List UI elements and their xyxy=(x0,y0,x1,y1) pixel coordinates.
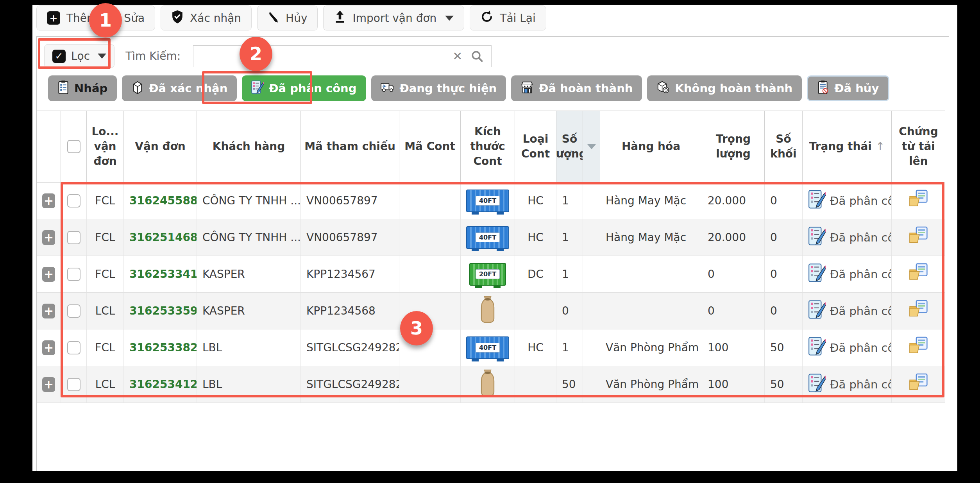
cell-trong-luong: 0 xyxy=(702,293,765,329)
order-number-link[interactable]: 31625334118 xyxy=(129,268,197,281)
tab-da-xac-nhan[interactable]: Đã xác nhận xyxy=(122,75,237,101)
select-all-checkbox[interactable] xyxy=(67,140,80,153)
table-row: + FCL 31624558818 CÔNG TY TNHH ... VN006… xyxy=(37,182,945,219)
row-checkbox[interactable] xyxy=(67,341,80,354)
app-screen: + Thêm Sửa Xác nhận Hủy Import vận đơn xyxy=(0,0,980,483)
clear-search-icon[interactable]: ✕ xyxy=(446,50,469,62)
cell-ma-cont xyxy=(399,329,461,366)
order-number-link[interactable]: 31625338249 xyxy=(129,341,197,354)
upload-documents-icon[interactable] xyxy=(908,263,929,286)
order-number-link[interactable]: 31625335970 xyxy=(129,304,197,317)
row-checkbox[interactable] xyxy=(67,194,80,208)
clipboard-pen-icon xyxy=(251,80,264,97)
cargo-bag-icon xyxy=(479,369,496,399)
cell-khach-hang: LBL xyxy=(197,329,301,366)
cell-hang-hoa xyxy=(600,293,702,329)
expand-row-button[interactable]: + xyxy=(42,304,55,318)
truck-icon xyxy=(381,81,395,96)
header-trang-thai[interactable]: Trạng thái ↑ xyxy=(803,111,892,182)
import-orders-button[interactable]: Import vận đơn xyxy=(323,5,464,30)
header-ma-cont[interactable]: Mã Cont xyxy=(399,111,461,182)
confirm-button[interactable]: Xác nhận xyxy=(161,5,252,30)
cell-loai-van-don: LCL xyxy=(87,293,124,329)
cell-khach-hang: CÔNG TY TNHH ... xyxy=(197,219,301,256)
header-loai-cont[interactable]: Loại Cont xyxy=(515,111,556,182)
expand-row-button[interactable]: + xyxy=(42,377,55,392)
cell-so-khoi: 50 xyxy=(765,366,803,402)
cell-so-khoi: 0 xyxy=(765,256,803,292)
upload-documents-icon[interactable] xyxy=(908,373,929,396)
tab-da-hoan-thanh[interactable]: Đã hoàn thành xyxy=(511,75,642,101)
add-button[interactable]: + Thêm xyxy=(36,5,108,30)
tab-nhap[interactable]: Nháp xyxy=(48,75,117,101)
header-trong-luong[interactable]: Trọng lượng xyxy=(702,111,765,182)
tab-label: Nháp xyxy=(74,82,107,95)
order-number-link[interactable]: 31624558818 xyxy=(129,194,197,207)
store-icon xyxy=(520,80,534,97)
order-number-link[interactable]: 31625146807 xyxy=(129,231,197,244)
upload-documents-icon[interactable] xyxy=(908,336,929,359)
shield-check-icon xyxy=(171,10,184,27)
assigned-status-icon xyxy=(808,226,826,249)
row-checkbox[interactable] xyxy=(67,378,80,391)
expand-row-button[interactable]: + xyxy=(42,267,55,282)
cell-ma-tham-chieu: SITGLCSG249282 xyxy=(301,366,399,402)
header-ma-tham-chieu[interactable]: Mã tham chiếu xyxy=(301,111,399,182)
header-so-khoi[interactable]: Số khối xyxy=(765,111,803,182)
header-khach-hang[interactable]: Khách hàng xyxy=(197,111,301,182)
upload-documents-icon[interactable] xyxy=(908,299,929,322)
header-van-don[interactable]: Vận đơn xyxy=(124,111,197,182)
plus-square-icon: + xyxy=(47,11,60,25)
status-text: Đã phân công xyxy=(830,341,892,354)
cell-ma-cont xyxy=(399,219,461,256)
box-icon xyxy=(131,80,144,97)
cell-hang-hoa xyxy=(600,256,702,292)
header-kich-thuoc-cont[interactable]: Kích thước Cont xyxy=(461,111,515,182)
cell-trong-luong: 20.000 xyxy=(702,182,765,219)
header-chung-tu[interactable]: Chứng từ tải lên xyxy=(892,111,945,182)
container-size-label: 40FT xyxy=(476,196,500,206)
edit-button[interactable]: Sửa xyxy=(113,5,155,30)
expand-row-button[interactable]: + xyxy=(42,340,55,355)
cell-hang-hoa: Văn Phòng Phẩm xyxy=(600,366,702,402)
table-header-row: Lo... vận đơn Vận đơn Khách hàng Mã tham… xyxy=(37,111,945,182)
header-so-luong[interactable]: Số lượng xyxy=(556,111,583,182)
header-hang-hoa[interactable]: Hàng hóa xyxy=(600,111,702,182)
order-number-link[interactable]: 31625341277 xyxy=(129,378,197,391)
reload-button[interactable]: Tải Lại xyxy=(470,5,546,30)
status-text: Đã phân công xyxy=(830,304,892,318)
box-return-icon xyxy=(656,80,670,97)
caret-down-icon xyxy=(98,54,106,59)
cell-ma-tham-chieu: VN00657897 xyxy=(301,219,399,256)
cell-loai-cont xyxy=(515,366,556,402)
table-row: + FCL 31625338249 LBL SITGLCSG249282 40F… xyxy=(37,329,945,366)
row-checkbox[interactable] xyxy=(67,304,80,318)
expand-row-button[interactable]: + xyxy=(42,193,55,208)
header-loai-van-don[interactable]: Lo... vận đơn xyxy=(87,111,124,182)
add-button-label: Thêm xyxy=(66,12,97,25)
header-column-menu[interactable] xyxy=(583,111,600,182)
cancel-button[interactable]: Hủy xyxy=(257,5,318,30)
tab-dang-thuc-hien[interactable]: Đang thực hiện xyxy=(371,75,506,101)
filter-row: ✓ Lọc Tìm Kiếm: ✕ xyxy=(37,37,949,75)
upload-documents-icon[interactable] xyxy=(908,189,929,212)
upload-documents-icon[interactable] xyxy=(908,226,929,249)
caret-down-icon xyxy=(445,16,454,21)
row-checkbox[interactable] xyxy=(67,231,80,244)
search-input[interactable] xyxy=(193,46,446,67)
expand-row-button[interactable]: + xyxy=(42,230,55,245)
row-checkbox[interactable] xyxy=(67,268,80,281)
main-panel: ✓ Lọc Tìm Kiếm: ✕ Nháp xyxy=(36,36,949,471)
cell-hang-hoa: Văn Phòng Phẩm xyxy=(600,329,702,366)
reload-button-label: Tải Lại xyxy=(500,12,535,25)
sort-ascending-icon: ↑ xyxy=(876,139,885,154)
tab-khong-hoan-thanh[interactable]: Không hoàn thành xyxy=(647,75,802,101)
search-icon[interactable] xyxy=(469,50,491,63)
tab-label: Đang thực hiện xyxy=(400,82,497,95)
cell-ma-tham-chieu: KPP1234568 xyxy=(301,293,399,329)
tab-da-huy[interactable]: Đã hủy xyxy=(807,75,889,101)
header-select xyxy=(61,111,87,182)
tab-da-phan-cong[interactable]: Đã phân công xyxy=(242,75,366,101)
cell-khach-hang: KASPER xyxy=(197,293,301,329)
filter-dropdown-button[interactable]: ✓ Lọc xyxy=(44,44,114,68)
